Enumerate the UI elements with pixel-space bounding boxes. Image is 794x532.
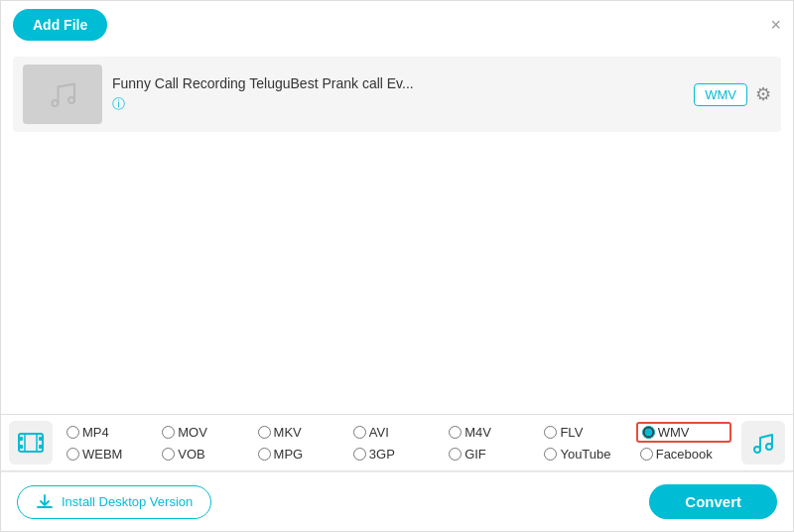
file-actions: WMV ⚙ (694, 83, 771, 106)
format-option-webm[interactable]: WEBM (63, 445, 158, 464)
format-option-mov[interactable]: MOV (158, 423, 253, 442)
format-option-avi[interactable]: AVI (349, 423, 445, 442)
format-option-flv[interactable]: FLV (540, 423, 635, 442)
convert-button[interactable]: Convert (649, 484, 777, 519)
music-note-icon (750, 430, 776, 456)
format-option-mpg[interactable]: MPG (254, 445, 349, 464)
file-item: Funny Call Recording TeluguBest Prank ca… (13, 57, 781, 132)
svg-point-9 (754, 447, 760, 453)
svg-point-0 (53, 100, 59, 106)
format-badge[interactable]: WMV (694, 83, 747, 106)
format-option-youtube[interactable]: YouTube (540, 445, 635, 464)
add-file-button[interactable]: Add File (13, 9, 107, 41)
format-option-m4v[interactable]: M4V (445, 423, 540, 442)
format-option-vob[interactable]: VOB (158, 445, 253, 464)
file-info: Funny Call Recording TeluguBest Prank ca… (112, 75, 684, 113)
download-icon (36, 493, 54, 511)
svg-point-10 (766, 444, 772, 450)
format-panel: MP4 MOV MKV AVI M4V FLV WMV WEBM VOB MPG (1, 414, 793, 471)
svg-rect-4 (19, 445, 23, 449)
music-icon (45, 76, 80, 112)
audio-format-icon[interactable] (741, 421, 785, 465)
close-button[interactable]: × (770, 16, 781, 34)
settings-icon[interactable]: ⚙ (755, 83, 771, 105)
format-option-gif[interactable]: GIF (445, 445, 540, 464)
file-thumbnail (23, 65, 102, 124)
format-option-facebook[interactable]: Facebook (636, 445, 731, 464)
format-option-3gp[interactable]: 3GP (349, 445, 445, 464)
install-desktop-button[interactable]: Install Desktop Version (17, 485, 211, 519)
format-grid: MP4 MOV MKV AVI M4V FLV WMV WEBM VOB MPG (63, 422, 731, 464)
svg-rect-5 (39, 437, 43, 441)
video-format-icon[interactable] (9, 421, 53, 465)
file-name: Funny Call Recording TeluguBest Prank ca… (112, 75, 509, 91)
svg-rect-2 (19, 434, 43, 452)
svg-rect-3 (19, 437, 23, 441)
svg-rect-6 (39, 445, 43, 449)
format-option-wmv[interactable]: WMV (636, 422, 731, 443)
svg-point-1 (68, 97, 74, 103)
info-icon[interactable]: ⓘ (112, 95, 684, 113)
film-icon (17, 429, 45, 457)
format-option-mp4[interactable]: MP4 (63, 423, 158, 442)
content-area (1, 140, 793, 368)
file-list: Funny Call Recording TeluguBest Prank ca… (1, 49, 793, 140)
format-option-mkv[interactable]: MKV (254, 423, 349, 442)
top-bar: Add File × (1, 1, 793, 49)
bottom-bar: Install Desktop Version Convert (1, 471, 793, 531)
